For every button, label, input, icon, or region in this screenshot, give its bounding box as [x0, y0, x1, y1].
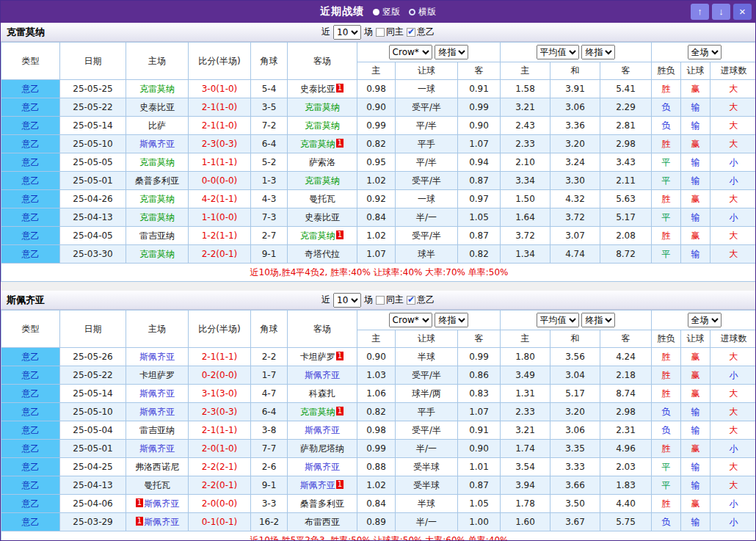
- match-score[interactable]: 2-3(0-3): [189, 403, 251, 421]
- home-team[interactable]: 1斯佩齐亚: [126, 513, 189, 531]
- home-team[interactable]: 史泰比亚: [126, 98, 189, 117]
- home-team[interactable]: 克雷莫纳: [126, 190, 189, 208]
- away-team[interactable]: 克雷莫纳1: [288, 227, 357, 245]
- odds-stage-select[interactable]: 终指: [435, 313, 468, 327]
- home-team[interactable]: 比萨: [126, 117, 189, 135]
- away-team[interactable]: 布雷西亚: [288, 513, 357, 531]
- away-team[interactable]: 卡坦萨罗1: [288, 348, 357, 366]
- avg-stage-select[interactable]: 终指: [581, 45, 615, 59]
- home-team[interactable]: 斯佩齐亚: [126, 348, 189, 366]
- home-team[interactable]: 斯佩齐亚: [126, 385, 189, 403]
- same-home-checkbox[interactable]: [376, 296, 385, 305]
- home-team[interactable]: 雷吉亚纳: [126, 227, 189, 245]
- match-score[interactable]: 2-1(1-1): [189, 348, 251, 366]
- match-score[interactable]: 0-2(0-0): [189, 366, 251, 385]
- home-team[interactable]: 斯佩齐亚: [126, 403, 189, 421]
- match-score[interactable]: 2-1(1-0): [189, 117, 251, 135]
- home-team[interactable]: 桑普多利亚: [126, 172, 189, 190]
- same-home-filter[interactable]: 同主: [376, 294, 404, 306]
- away-team[interactable]: 萨索洛: [288, 153, 357, 172]
- league-filter[interactable]: 意乙: [407, 294, 435, 306]
- home-team[interactable]: 斯佩齐亚: [126, 135, 189, 153]
- close-button[interactable]: ×: [733, 4, 752, 20]
- horizontal-layout-radio[interactable]: 横版: [409, 6, 436, 18]
- team-name-text: 克雷莫纳: [139, 194, 175, 204]
- match-score[interactable]: 2-1(1-1): [189, 421, 251, 440]
- panel-down-button[interactable]: ↓: [712, 4, 730, 20]
- away-team[interactable]: 奇塔代拉: [288, 245, 357, 264]
- match-score[interactable]: 3-1(3-0): [189, 385, 251, 403]
- match-count-select[interactable]: 10: [333, 293, 361, 308]
- match-score[interactable]: 0-0(0-0): [189, 172, 251, 190]
- league-checkbox[interactable]: [407, 296, 415, 305]
- home-team[interactable]: 卡坦萨罗: [126, 366, 189, 385]
- match-score[interactable]: 2-2(0-1): [189, 476, 251, 495]
- match-score[interactable]: 1-1(1-1): [189, 153, 251, 172]
- match-row: 意乙25-05-25克雷莫纳3-0(1-0)5-4史泰比亚10.98一球0.91…: [1, 80, 756, 98]
- league-filter[interactable]: 意乙: [407, 26, 435, 38]
- matches-label: 场: [364, 294, 373, 306]
- away-team[interactable]: 克雷莫纳: [288, 172, 357, 190]
- match-score[interactable]: 2-0(0-0): [189, 495, 251, 513]
- bookmaker-away-odds: 1.07: [458, 403, 501, 421]
- match-score[interactable]: 1-1(0-0): [189, 208, 251, 227]
- avg-away-odds: 8.74: [600, 385, 652, 403]
- bookmaker-select[interactable]: Crow*: [389, 45, 432, 59]
- bookmaker-away-odds: 1.05: [458, 495, 501, 513]
- away-team[interactable]: 史泰比亚1: [288, 80, 357, 98]
- match-count-select[interactable]: 10: [333, 25, 361, 40]
- avg-stage-select[interactable]: 终指: [581, 313, 615, 327]
- home-team[interactable]: 克雷莫纳: [126, 245, 189, 264]
- home-team[interactable]: 1斯佩齐亚: [126, 495, 189, 513]
- away-team[interactable]: 科森扎: [288, 385, 357, 403]
- bookmaker-away-odds: 0.91: [458, 421, 501, 440]
- home-team[interactable]: 雷吉亚纳: [126, 421, 189, 440]
- away-team[interactable]: 克雷莫纳: [288, 98, 357, 117]
- away-team[interactable]: 克雷莫纳: [288, 117, 357, 135]
- match-score[interactable]: 4-2(1-1): [189, 190, 251, 208]
- away-team[interactable]: 斯佩齐亚: [288, 421, 357, 440]
- average-select[interactable]: 平均值: [537, 313, 579, 327]
- league-badge: 意乙: [1, 135, 60, 153]
- scope-select[interactable]: 全场: [688, 45, 722, 59]
- scope-select[interactable]: 全场: [688, 313, 722, 327]
- average-select[interactable]: 平均值: [537, 45, 579, 59]
- league-checkbox[interactable]: [407, 28, 415, 37]
- avg-draw-odds: 3.30: [550, 172, 600, 190]
- match-score[interactable]: 1-2(1-1): [189, 227, 251, 245]
- odds-stage-select[interactable]: 终指: [435, 45, 468, 59]
- home-team[interactable]: 斯佩齐亚: [126, 440, 189, 458]
- same-home-filter[interactable]: 同主: [376, 26, 404, 38]
- match-score[interactable]: 2-2(2-1): [189, 458, 251, 476]
- away-team[interactable]: 克雷莫纳1: [288, 135, 357, 153]
- red-card-badge: 1: [336, 352, 344, 360]
- away-team[interactable]: 斯佩齐亚: [288, 366, 357, 385]
- col-corner: 角球: [251, 43, 288, 80]
- home-team[interactable]: 曼托瓦: [126, 476, 189, 495]
- away-team[interactable]: 桑普多利亚: [288, 495, 357, 513]
- away-team[interactable]: 斯佩齐亚1: [288, 476, 357, 495]
- vertical-layout-radio[interactable]: 竖版: [373, 6, 400, 18]
- avg-draw-odds: 3.04: [550, 366, 600, 385]
- match-score[interactable]: 3-0(1-0): [189, 80, 251, 98]
- panel-up-button[interactable]: ↑: [691, 4, 709, 20]
- same-home-checkbox[interactable]: [376, 28, 385, 37]
- match-score[interactable]: 2-3(0-3): [189, 135, 251, 153]
- home-team[interactable]: 克雷莫纳: [126, 80, 189, 98]
- avg-draw-odds: 4.32: [550, 190, 600, 208]
- match-score[interactable]: 2-1(1-0): [189, 98, 251, 117]
- away-team[interactable]: 斯佩齐亚: [288, 458, 357, 476]
- match-score[interactable]: 2-0(1-0): [189, 440, 251, 458]
- match-score[interactable]: 2-2(0-1): [189, 245, 251, 264]
- away-team[interactable]: 克雷莫纳1: [288, 403, 357, 421]
- away-team[interactable]: 曼托瓦: [288, 190, 357, 208]
- match-score[interactable]: 0-1(0-1): [189, 513, 251, 531]
- home-team[interactable]: 克雷莫纳: [126, 153, 189, 172]
- match-row: 意乙25-05-26斯佩齐亚2-1(1-1)2-2卡坦萨罗10.90半球0.99…: [1, 348, 756, 366]
- away-team[interactable]: 史泰比亚: [288, 208, 357, 227]
- home-team[interactable]: 克雷莫纳: [126, 208, 189, 227]
- home-team[interactable]: 弗洛西诺尼: [126, 458, 189, 476]
- match-date: 25-03-29: [60, 513, 126, 531]
- away-team[interactable]: 萨勒尼塔纳: [288, 440, 357, 458]
- bookmaker-select[interactable]: Crow*: [389, 313, 432, 327]
